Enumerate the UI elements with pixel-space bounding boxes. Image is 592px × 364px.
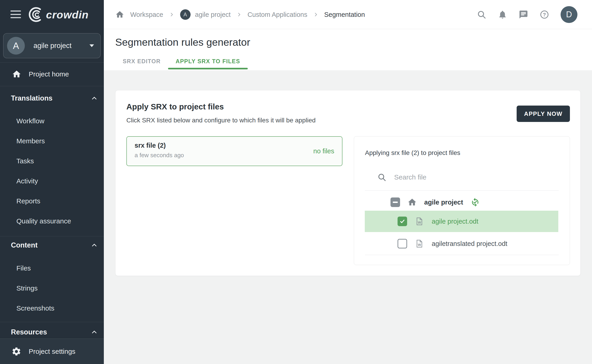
- svg-text:W: W: [418, 243, 421, 247]
- user-avatar[interactable]: D: [561, 6, 578, 23]
- chevron-right-icon: [237, 12, 242, 17]
- file-search-input[interactable]: [394, 173, 521, 181]
- topbar-actions: ? D: [477, 0, 578, 29]
- breadcrumb-item-segmentation: Segmentation: [324, 11, 365, 19]
- crowdin-logo-word: crowdin: [46, 8, 89, 21]
- files-panel-heading: Applying srx file (2) to project files: [365, 149, 460, 156]
- sidebar-item-activity[interactable]: Activity: [0, 175, 104, 188]
- breadcrumb: Workspace A agile project Custom Applica…: [115, 0, 365, 29]
- breadcrumb-item-project[interactable]: agile project: [195, 11, 231, 19]
- section-label: Content: [11, 241, 38, 249]
- breadcrumb-project-avatar: A: [180, 9, 191, 20]
- divider: [0, 322, 104, 322]
- crowdin-logo[interactable]: crowdin: [28, 6, 89, 23]
- sidebar-item-label: Activity: [16, 177, 38, 185]
- svg-text:?: ?: [543, 12, 546, 18]
- sync-check-icon[interactable]: [470, 197, 480, 207]
- divider: [0, 62, 104, 63]
- sidebar: crowdin A agile project Project home Tra…: [0, 0, 104, 364]
- breadcrumb-item-workspace[interactable]: Workspace: [130, 11, 163, 19]
- sidebar-item-quality-assurance[interactable]: Quality assurance: [0, 215, 104, 228]
- breadcrumb-item-custom-applications[interactable]: Custom Applications: [247, 11, 307, 19]
- section-label: Resources: [11, 328, 47, 336]
- sidebar-item-label: Strings: [16, 284, 38, 292]
- card-description: Click SRX listed below and configure to …: [126, 117, 316, 124]
- sidebar-item-workflow[interactable]: Workflow: [0, 115, 104, 127]
- sidebar-item-screenshots[interactable]: Screenshots: [0, 302, 104, 315]
- sidebar-item-label: Tasks: [16, 157, 34, 165]
- sidebar-item-tasks[interactable]: Tasks: [0, 155, 104, 168]
- srx-files-badge: no files: [313, 137, 334, 166]
- sidebar-section-content[interactable]: Content: [0, 239, 104, 251]
- sidebar-item-strings[interactable]: Strings: [0, 282, 104, 295]
- srx-file-updated: a few seconds ago: [134, 152, 184, 159]
- page-title: Segmentation rules generator: [115, 36, 250, 48]
- apply-now-button[interactable]: APPLY NOW: [517, 105, 570, 122]
- sidebar-item-label: Workflow: [16, 117, 44, 125]
- gear-icon: [11, 346, 21, 357]
- tab-srx-editor[interactable]: SRX EDITOR: [115, 53, 168, 69]
- apply-srx-card: Apply SRX to project files Click SRX lis…: [115, 90, 581, 276]
- sidebar-item-label: Reports: [16, 197, 40, 205]
- word-file-icon: W: [415, 239, 424, 248]
- sidebar-item-project-settings[interactable]: Project settings: [0, 338, 104, 364]
- section-label: Translations: [11, 94, 53, 102]
- sidebar-item-files[interactable]: Files: [0, 262, 104, 275]
- tab-apply-srx-to-files[interactable]: APPLY SRX TO FILES: [168, 53, 247, 69]
- sidebar-item-label: Files: [16, 264, 31, 272]
- screen: crowdin A agile project Project home Tra…: [0, 0, 592, 364]
- chevron-up-icon: [91, 95, 97, 101]
- home-icon: [407, 197, 417, 207]
- search-icon[interactable]: [477, 10, 486, 19]
- chevron-right-icon: [169, 12, 174, 17]
- sidebar-item-label: Quality assurance: [16, 217, 71, 225]
- sidebar-item-reports[interactable]: Reports: [0, 195, 104, 208]
- chevron-up-icon: [91, 242, 97, 248]
- page-head: Segmentation rules generator SRX EDITOR …: [104, 29, 592, 70]
- sidebar-item-label: Members: [16, 137, 45, 145]
- file-search: [365, 164, 559, 191]
- sidebar-item-label: Screenshots: [16, 304, 54, 312]
- divider: [0, 236, 104, 236]
- home-icon[interactable]: [115, 10, 124, 19]
- file-row-agile-project-odt[interactable]: W agile project.odt: [365, 211, 558, 232]
- tab-bar: SRX EDITOR APPLY SRX TO FILES: [115, 53, 248, 69]
- sidebar-item-project-home[interactable]: Project home: [0, 67, 104, 81]
- srx-file-item[interactable]: srx file (2) a few seconds ago no files: [126, 136, 342, 166]
- bell-icon[interactable]: [498, 10, 507, 19]
- checkbox-checked[interactable]: [398, 217, 407, 226]
- file-label: agile project.odt: [432, 218, 478, 225]
- tree-root-label: agile project: [424, 199, 463, 206]
- files-panel: Applying srx file (2) to project files a…: [354, 136, 570, 265]
- chevron-up-icon: [91, 329, 97, 335]
- root-checkbox-indeterminate[interactable]: [391, 197, 400, 207]
- chat-icon[interactable]: [519, 10, 528, 19]
- topbar: Workspace A agile project Custom Applica…: [104, 0, 592, 29]
- sidebar-item-members[interactable]: Members: [0, 135, 104, 147]
- srx-file-title: srx file (2): [134, 142, 166, 149]
- checkbox-unchecked[interactable]: [398, 239, 407, 248]
- chevron-down-icon: [89, 44, 94, 47]
- card-heading: Apply SRX to project files: [126, 102, 224, 111]
- main-content: Apply SRX to project files Click SRX lis…: [104, 70, 592, 364]
- hamburger-menu-icon[interactable]: [10, 10, 21, 18]
- sidebar-section-translations[interactable]: Translations: [0, 92, 104, 104]
- help-icon[interactable]: ?: [540, 10, 549, 19]
- home-icon: [12, 69, 21, 79]
- word-file-icon: W: [415, 217, 424, 226]
- tree-root-row[interactable]: agile project: [365, 195, 559, 209]
- project-avatar: A: [7, 37, 25, 55]
- divider: [365, 255, 559, 255]
- chevron-right-icon: [313, 12, 318, 17]
- project-name: agile project: [33, 42, 89, 50]
- file-label: agiletranslated project.odt: [432, 240, 507, 247]
- search-icon: [377, 173, 386, 182]
- sidebar-item-label: Project settings: [29, 348, 75, 355]
- sidebar-item-label: Project home: [29, 70, 69, 78]
- crowdin-logo-icon: [28, 6, 44, 23]
- project-switcher[interactable]: A agile project: [3, 33, 101, 58]
- svg-text:W: W: [418, 221, 421, 224]
- file-row-agiletranslated-project-odt[interactable]: W agiletranslated project.odt: [365, 233, 558, 254]
- divider: [0, 86, 104, 86]
- sidebar-section-resources[interactable]: Resources: [0, 326, 104, 338]
